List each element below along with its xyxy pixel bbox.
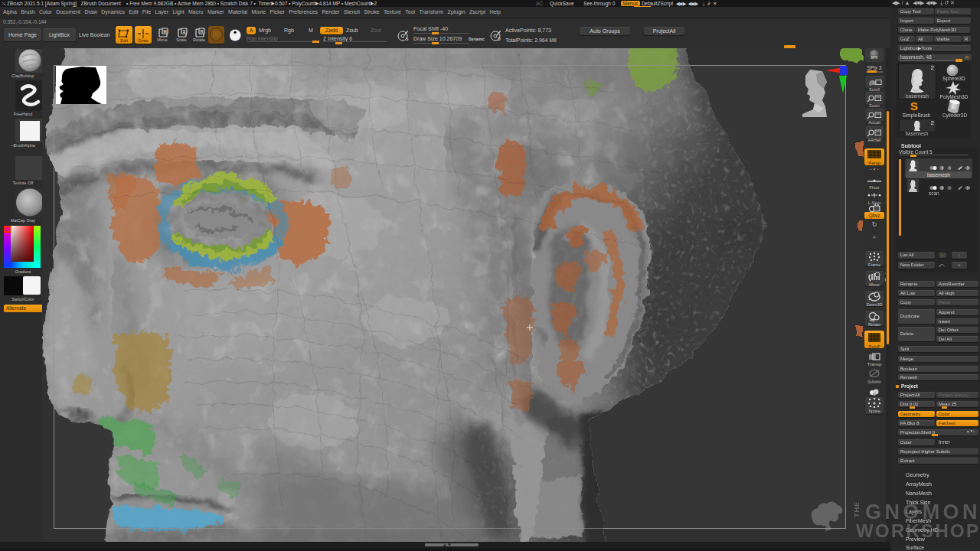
svg-text:BPR: BPR xyxy=(871,56,878,60)
svg-text:D: D xyxy=(498,37,501,41)
svg-text:R: R xyxy=(201,29,204,34)
svg-text:S: S xyxy=(406,37,409,41)
svg-text:M: M xyxy=(163,29,167,34)
svg-text:S: S xyxy=(183,29,186,34)
svg-text:Draw: Draw xyxy=(139,38,149,43)
svg-text:Edit: Edit xyxy=(120,38,128,43)
